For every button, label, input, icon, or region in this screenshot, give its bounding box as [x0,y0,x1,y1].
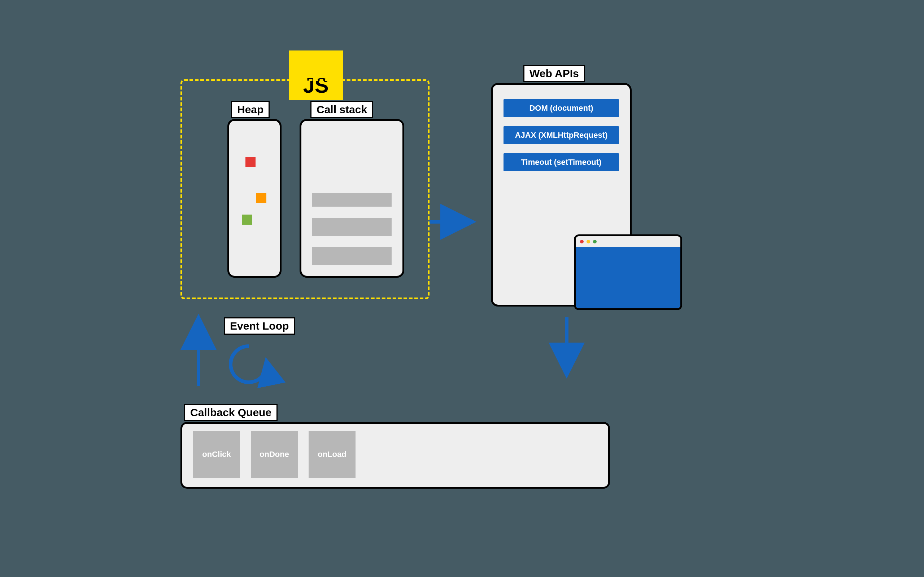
stack-frame [312,193,392,206]
browser-body [576,247,680,308]
heap-panel [228,119,281,278]
heap-label: Heap [231,101,270,118]
stack-frame [312,247,392,265]
traffic-light-yellow-icon [586,240,590,243]
callback-item: onLoad [309,431,355,478]
web-api-dom: DOM (document) [504,99,619,117]
heap-object-dot [256,193,267,203]
heap-object-dot [246,157,255,167]
callback-item: onDone [251,431,298,478]
call-stack-label: Call stack [310,101,373,118]
callback-queue-label: Callback Queue [184,404,278,421]
stack-frame [312,218,392,236]
web-api-ajax: AJAX (XMLHttpRequest) [504,126,619,144]
web-api-timeout: Timeout (setTimeout) [504,153,619,171]
call-stack-panel [300,119,404,278]
arrow-queue-to-stack [188,314,209,390]
browser-titlebar [576,236,680,247]
event-loop-label: Event Loop [224,318,295,335]
traffic-light-green-icon [593,240,597,243]
arrow-webapis-to-queue [556,318,577,382]
event-loop-icon [224,339,274,390]
arrow-stack-to-webapis [430,213,480,231]
browser-window-icon [574,234,682,310]
callback-item: onClick [193,431,240,478]
callback-queue-panel: onClick onDone onLoad [181,422,610,488]
web-apis-label: Web APIs [523,65,585,82]
traffic-light-red-icon [580,240,584,243]
heap-object-dot [242,214,252,225]
